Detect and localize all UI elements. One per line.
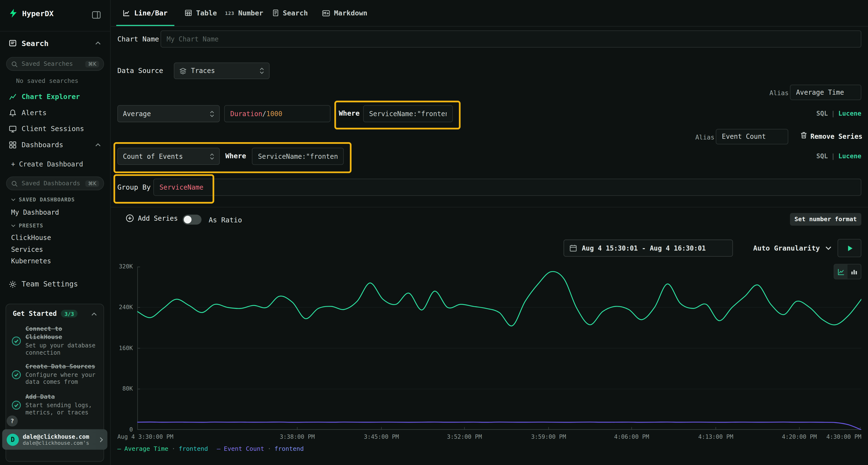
help-button[interactable]: ? (7, 416, 18, 427)
aggregation-select-2[interactable]: Count of Events (117, 148, 220, 165)
presets-section-header[interactable]: PRESETS (11, 222, 43, 228)
chevron-down-icon (11, 224, 16, 227)
check-circle-icon (11, 400, 21, 409)
where-label-1: Where (339, 109, 360, 117)
legend-series-name[interactable]: Event Count (224, 445, 264, 453)
legend-series-tag[interactable]: frontend (274, 445, 304, 453)
grid-icon (9, 141, 17, 148)
legend-separator: · (268, 445, 271, 453)
sidebar-item-label: Team Settings (22, 280, 78, 288)
user-menu[interactable]: D dale@clickhouse.com dale@clickhouse.co… (2, 429, 107, 450)
y-tick-label: 80K (111, 386, 133, 392)
chart-name-input[interactable] (161, 30, 862, 47)
legend-series-tag[interactable]: frontend (179, 445, 208, 453)
field-slash: / (262, 110, 267, 118)
checklist-item[interactable]: Add Data Start sending logs, metrics, or… (11, 393, 100, 417)
collapse-sidebar-icon[interactable] (92, 11, 101, 19)
set-number-format-button[interactable]: Set number format (790, 213, 861, 226)
app-window: HyperDX Search Saved Searches ⌘K No save… (0, 0, 868, 465)
legend-dash: — (217, 445, 220, 453)
chevron-up-icon[interactable] (95, 143, 101, 147)
calendar-icon (569, 244, 577, 252)
granularity-value: Auto Granularity (753, 244, 820, 252)
where-input-2[interactable] (252, 148, 344, 165)
lucene-option[interactable]: Lucene (838, 110, 861, 117)
sidebar-item-kubernetes[interactable]: Kubernetes (11, 257, 51, 265)
add-series-button[interactable]: Add Series (126, 214, 178, 222)
updown-chevron-icon (210, 153, 214, 160)
chart-name-label: Chart Name (117, 35, 159, 43)
get-started-title: Get Started (13, 310, 57, 318)
shortcut-badge: ⌘K (85, 61, 99, 67)
sidebar-item-client-sessions[interactable]: Client Sessions (9, 125, 84, 133)
x-tick-label: Aug 4 3:30:00 PM (117, 433, 195, 440)
tab-number[interactable]: 123 Number (224, 0, 264, 26)
time-range-input[interactable]: Aug 4 15:30:01 - Aug 4 16:30:01 (563, 239, 733, 257)
search-section-icon (9, 39, 17, 47)
saved-searches-input[interactable]: Saved Searches ⌘K (6, 57, 104, 71)
sidebar-item-my-dashboard[interactable]: My Dashboard (11, 209, 59, 217)
as-ratio-toggle[interactable] (183, 215, 202, 225)
legend-series-name[interactable]: Average Time (124, 445, 168, 453)
alias-label: Alias (769, 89, 788, 97)
saved-dashboards-input[interactable]: Saved Dashboards ⌘K (6, 176, 104, 190)
hyperdx-logo-icon (9, 9, 18, 18)
granularity-select[interactable]: Auto Granularity (745, 239, 831, 257)
x-tick-label: 3:59:00 PM (526, 433, 571, 440)
query-language-toggle-2[interactable]: SQL | Lucene (801, 152, 862, 160)
get-started-header[interactable]: Get Started 3/3 (13, 310, 78, 318)
markdown-icon (322, 10, 330, 16)
tab-table[interactable]: Table (183, 0, 219, 26)
tab-label: Table (196, 9, 217, 17)
create-dashboard-button[interactable]: + Create Dashboard (11, 161, 83, 168)
section-label: PRESETS (19, 222, 43, 228)
sidebar-item-alerts[interactable]: Alerts (9, 108, 46, 117)
check-circle-icon (11, 336, 21, 346)
x-tick-label: 3:45:00 PM (359, 433, 404, 440)
add-series-label: Add Series (138, 214, 178, 222)
divider: | (831, 152, 835, 160)
checklist-item-desc: Start sending logs, metrics, or traces (26, 401, 99, 417)
sql-option[interactable]: SQL (816, 152, 828, 160)
y-tick-label: 320K (111, 263, 133, 269)
where-input-1[interactable] (363, 105, 453, 122)
sql-option[interactable]: SQL (816, 110, 828, 117)
tab-markdown[interactable]: Markdown (320, 0, 370, 26)
trash-icon[interactable] (801, 132, 807, 139)
chevron-up-icon[interactable] (95, 41, 101, 45)
sidebar-item-team-settings[interactable]: Team Settings (9, 280, 78, 288)
data-source-select[interactable]: Traces (174, 62, 270, 79)
checklist-item-desc: Configure where your data comes from (26, 371, 99, 386)
tab-search[interactable]: Search (271, 0, 309, 26)
alias-input-1[interactable] (790, 85, 861, 100)
alias-input-2[interactable] (716, 129, 788, 144)
tab-line-bar[interactable]: Line/Bar (116, 0, 174, 26)
document-icon (272, 9, 279, 16)
check-circle-icon (11, 370, 21, 379)
search-icon (11, 180, 18, 187)
layers-icon (179, 67, 187, 74)
alias-label: Alias (695, 133, 714, 141)
field-input-1[interactable]: Duration/1000 (224, 105, 331, 122)
aggregation-select-1[interactable]: Average (117, 105, 220, 122)
lucene-option[interactable]: Lucene (838, 152, 861, 160)
time-range-value: Aug 4 15:30:01 - Aug 4 16:30:01 (582, 244, 706, 252)
saved-dashboards-section-header[interactable]: SAVED DASHBOARDS (11, 196, 75, 202)
run-query-button[interactable] (838, 239, 862, 257)
group-by-input[interactable]: ServiceName (153, 179, 861, 196)
chevron-up-icon[interactable] (91, 312, 97, 316)
field-fn: Duration (230, 110, 262, 118)
checklist-item[interactable]: Connect to ClickHouse Set up your databa… (11, 325, 100, 357)
logo[interactable]: HyperDX (9, 9, 54, 18)
checklist-item[interactable]: Create Data Sources Configure where your… (11, 363, 100, 386)
search-section-header[interactable]: Search (9, 39, 49, 48)
remove-series-button[interactable]: Remove Series (810, 133, 863, 140)
sidebar-item-dashboards[interactable]: Dashboards (9, 140, 63, 148)
legend-separator: · (172, 445, 175, 453)
query-language-toggle-1[interactable]: SQL | Lucene (801, 110, 862, 117)
divider: | (831, 110, 835, 117)
sidebar-item-services[interactable]: Services (11, 245, 43, 253)
sidebar-item-clickhouse[interactable]: ClickHouse (11, 234, 51, 242)
sidebar-item-chart-explorer[interactable]: Chart Explorer (9, 92, 80, 100)
x-tick-label: 3:52:00 PM (442, 433, 487, 440)
